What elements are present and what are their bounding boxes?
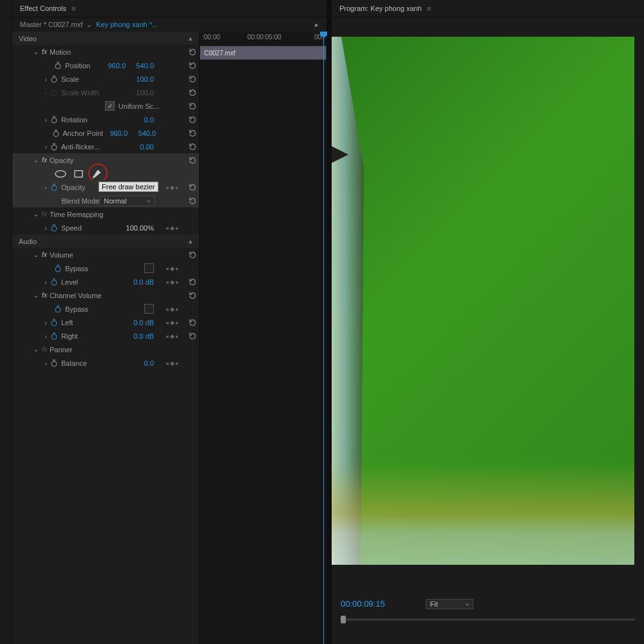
playhead[interactable] <box>323 32 324 644</box>
stopwatch-icon[interactable] <box>53 264 62 273</box>
chevron-right-icon[interactable]: › <box>42 332 50 340</box>
bypass-checkbox[interactable] <box>144 263 154 273</box>
left-channel-property[interactable]: › Left 0.0 dB ◂◆▸ <box>12 316 199 329</box>
play-icon[interactable]: ▸ <box>315 21 319 29</box>
keyframe-nav[interactable]: ◂◆▸ <box>158 319 186 326</box>
chevron-down-icon[interactable]: ⌄ <box>32 210 39 218</box>
scale-value[interactable]: 100.0 <box>129 75 154 83</box>
stopwatch-icon[interactable] <box>50 115 59 124</box>
keyframe-nav[interactable]: ◂◆▸ <box>158 360 186 366</box>
panel-menu-icon[interactable]: ≡ <box>427 5 431 12</box>
stopwatch-icon[interactable] <box>53 61 62 70</box>
chevron-right-icon[interactable]: › <box>42 116 50 124</box>
position-y-value[interactable]: 540.0 <box>129 62 154 70</box>
ellipse-mask-icon[interactable] <box>53 169 68 179</box>
bypass-checkbox[interactable] <box>144 304 154 314</box>
anchor-point-property[interactable]: Anchor Point 960.0 540.0 <box>12 126 199 140</box>
zoom-fit-dropdown[interactable]: Fit <box>426 599 473 609</box>
reset-icon[interactable] <box>186 61 199 70</box>
scrub-bar[interactable] <box>341 618 635 621</box>
keyframe-nav[interactable]: ◂◆▸ <box>158 306 186 312</box>
fx-badge-icon[interactable]: fx <box>39 346 50 353</box>
balance-property[interactable]: › Balance 0.0 ◂◆▸ <box>12 356 199 370</box>
fx-badge-icon[interactable]: fx <box>39 251 50 258</box>
channel-bypass-property[interactable]: Bypass ◂◆▸ <box>12 302 199 316</box>
stopwatch-icon[interactable] <box>50 359 59 368</box>
uniform-scale-row[interactable]: ✓ Uniform Sc... <box>12 99 199 113</box>
rotation-value[interactable]: 0.0 <box>129 116 154 124</box>
chevron-down-icon[interactable]: ⌄ <box>32 345 39 354</box>
audio-section-header[interactable]: Audio▴ <box>12 234 199 248</box>
stopwatch-icon[interactable] <box>50 223 59 232</box>
opacity-effect[interactable]: ⌄ fx Opacity <box>12 153 199 167</box>
time-ruler[interactable]: :00:00 00:00:05:00 00: <box>200 32 327 46</box>
fx-badge-icon[interactable]: fx <box>39 156 50 164</box>
fx-badge-icon[interactable]: fx <box>39 211 50 218</box>
reset-icon[interactable] <box>187 129 199 138</box>
uniform-scale-checkbox[interactable]: ✓ <box>105 101 115 111</box>
time-remapping-effect[interactable]: ⌄ fx Time Remapping <box>12 207 199 221</box>
chevron-right-icon[interactable]: › <box>42 184 50 191</box>
reset-icon[interactable] <box>186 156 199 165</box>
stopwatch-icon[interactable] <box>50 142 59 151</box>
current-timecode[interactable]: 00:00:09:15 <box>341 599 385 609</box>
chevron-right-icon[interactable]: › <box>42 224 50 232</box>
chevron-down-icon[interactable]: ⌄ <box>32 291 39 299</box>
reset-icon[interactable] <box>186 278 199 287</box>
stopwatch-icon[interactable] <box>50 318 59 327</box>
rotation-property[interactable]: › Rotation 0.0 <box>12 113 199 126</box>
right-channel-property[interactable]: › Right 0.0 dB ◂◆▸ <box>12 329 199 343</box>
fx-badge-icon[interactable]: fx <box>39 48 50 55</box>
reset-icon[interactable] <box>187 102 199 111</box>
scrub-handle[interactable] <box>341 616 346 623</box>
position-x-value[interactable]: 960.0 <box>101 62 126 70</box>
rectangle-mask-icon[interactable] <box>71 169 86 179</box>
chevron-right-icon[interactable]: › <box>42 143 50 151</box>
chevron-down-icon[interactable]: ⌄ <box>32 156 39 164</box>
chevron-right-icon[interactable]: › <box>42 359 50 367</box>
stopwatch-icon[interactable] <box>53 305 62 314</box>
keyframe-nav[interactable]: ◂◆▸ <box>158 265 186 272</box>
fx-badge-icon[interactable]: fx <box>39 292 50 299</box>
reset-icon[interactable] <box>186 48 199 57</box>
speed-property[interactable]: › Speed 100.00% ◂◆▸ <box>12 221 199 234</box>
stopwatch-icon[interactable] <box>50 183 59 192</box>
chevron-down-icon[interactable]: ⌄ <box>86 21 92 29</box>
keyframe-nav[interactable]: ◂◆▸ <box>158 279 186 285</box>
chevron-down-icon[interactable]: ⌄ <box>32 251 39 259</box>
volume-level-property[interactable]: › Level 0.0 dB ◂◆▸ <box>12 275 199 289</box>
reset-icon[interactable] <box>186 318 199 327</box>
chevron-right-icon[interactable]: › <box>42 319 50 327</box>
clip-bar[interactable]: C0027.mxf <box>200 46 327 60</box>
reset-icon[interactable] <box>186 332 199 341</box>
chevron-down-icon[interactable]: ⌄ <box>32 48 39 56</box>
channel-volume-effect[interactable]: ⌄ fx Channel Volume <box>12 289 199 302</box>
reset-icon[interactable] <box>186 115 199 124</box>
panner-effect[interactable]: ⌄ fx Panner <box>12 343 199 356</box>
program-monitor-tab[interactable]: Program: Key phong xanh ≡ <box>332 0 644 17</box>
scale-property[interactable]: › Scale 100.0 <box>12 72 199 86</box>
panel-menu-icon[interactable]: ≡ <box>71 5 75 12</box>
antiflicker-property[interactable]: › Anti-flicker... 0.00 <box>12 140 199 153</box>
opacity-value-property[interactable]: › Opacity Free draw bezier ◂◆▸ <box>12 180 199 194</box>
reset-icon[interactable] <box>186 196 199 205</box>
program-monitor-viewport[interactable] <box>332 37 634 565</box>
stopwatch-icon[interactable] <box>50 75 59 84</box>
reset-icon[interactable] <box>186 142 199 151</box>
blend-mode-property[interactable]: Blend Mode Normal <box>12 194 199 207</box>
reset-icon[interactable] <box>186 183 199 192</box>
keyframe-nav[interactable]: ◂◆▸ <box>158 225 186 231</box>
chevron-right-icon[interactable]: › <box>42 75 50 83</box>
reset-icon[interactable] <box>186 75 199 84</box>
motion-effect[interactable]: ⌄ fx Motion <box>12 45 199 59</box>
keyframe-nav[interactable]: ◂◆▸ <box>158 333 186 339</box>
stopwatch-icon[interactable] <box>50 278 59 287</box>
stopwatch-icon[interactable] <box>50 332 59 341</box>
blend-mode-dropdown[interactable]: Normal <box>99 196 155 206</box>
panel-divider[interactable] <box>327 0 332 644</box>
position-property[interactable]: Position 960.0 540.0 <box>12 59 199 72</box>
chevron-right-icon[interactable]: › <box>42 278 50 286</box>
pen-mask-icon[interactable] <box>90 169 104 179</box>
stopwatch-icon[interactable] <box>52 129 60 138</box>
volume-bypass-property[interactable]: Bypass ◂◆▸ <box>12 261 199 275</box>
